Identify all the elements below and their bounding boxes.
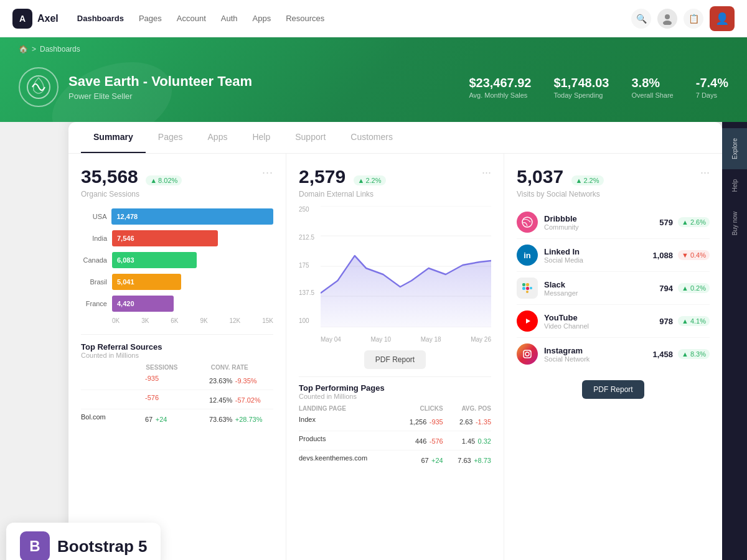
tab-apps[interactable]: Apps	[195, 122, 240, 153]
stat-overall-share: 3.8% Overall Share	[631, 76, 673, 99]
bar-country-label: Brasil	[81, 278, 107, 286]
tabs-bar: Summary Pages Apps Help Support Customer…	[68, 122, 722, 154]
tab-help[interactable]: Help	[240, 122, 283, 153]
nav-auth[interactable]: Auth	[221, 14, 238, 23]
nav-right: 🔍 📋 👤	[631, 6, 735, 31]
tab-summary[interactable]: Summary	[81, 122, 146, 153]
svg-point-0	[665, 14, 670, 19]
help-button[interactable]: Help	[722, 169, 747, 202]
svg-rect-12	[526, 287, 529, 290]
bar-row-canada: Canada 6,083	[81, 252, 273, 268]
dribbble-icon	[517, 212, 538, 233]
organic-badge: ▲ 8.02%	[146, 175, 182, 185]
watermark: B Bootstrap 5	[6, 523, 161, 560]
svg-rect-9	[522, 287, 525, 290]
notification-icon[interactable]: 📋	[684, 9, 703, 29]
nav-pages[interactable]: Pages	[139, 14, 162, 23]
col-organic: 35,568 ▲ 8.02% ··· Organic Sessions USA …	[68, 154, 286, 560]
referral-section: Top Referral Sources Counted in Millions…	[81, 334, 273, 428]
domain-label: Domain External Links	[299, 190, 491, 198]
pdf-report-button[interactable]: PDF Report	[364, 350, 426, 369]
watermark-text: Bootstrap 5	[57, 537, 147, 556]
line-chart: 250 212.5 175 137.5 100	[299, 206, 491, 343]
tab-pages[interactable]: Pages	[146, 122, 195, 153]
bar-row-india: India 7,546	[81, 230, 273, 246]
stat-label: Avg. Monthly Sales	[469, 91, 531, 99]
hero-section: 🏠 > Dashboards Save Earth - Volunteer Te…	[0, 37, 747, 122]
linkedin-icon: in	[517, 245, 538, 266]
breadcrumb: 🏠 > Dashboards	[19, 37, 728, 61]
svg-point-1	[663, 21, 672, 25]
tab-customers[interactable]: Customers	[338, 122, 405, 153]
nav-account[interactable]: Account	[177, 14, 206, 23]
svg-rect-10	[522, 283, 525, 286]
list-item: YouTube Video Channel 978 ▲ 4.1%	[517, 305, 710, 338]
performing-title: Top Performing Pages	[299, 383, 491, 393]
bootstrap-icon: B	[20, 531, 50, 560]
brand-name: Axel	[37, 13, 59, 24]
user-icon[interactable]	[657, 9, 677, 29]
right-sidebar: Explore Help Buy now	[722, 122, 747, 560]
svg-point-18	[525, 352, 529, 356]
nav-dashboards[interactable]: Dashboards	[77, 14, 124, 23]
search-icon[interactable]: 🔍	[631, 9, 651, 29]
stat-7days: -7.4% 7 Days	[696, 76, 728, 99]
social-list: Dribbble Community 579 ▲ 2.6% in Linked …	[517, 206, 710, 370]
main-card: Summary Pages Apps Help Support Customer…	[68, 122, 722, 560]
stat-value: $1,748.03	[554, 76, 609, 90]
nav-links: Dashboards Pages Account Auth Apps Resou…	[77, 14, 631, 23]
bar-country-label: India	[81, 235, 107, 242]
social-label: Visits by Social Networks	[517, 190, 710, 198]
svg-point-19	[529, 351, 530, 352]
bar-country-label: Canada	[81, 256, 107, 264]
performing-section: Top Performing Pages Counted in Millions…	[299, 376, 491, 469]
col-domain: 2,579 ▲ 2.2% ··· Domain External Links 2…	[286, 154, 504, 560]
tab-support[interactable]: Support	[283, 122, 338, 153]
navbar: A Axel Dashboards Pages Account Auth App…	[0, 0, 747, 37]
bar-row-usa: USA 12,478	[81, 208, 273, 225]
stat-value: 3.8%	[631, 76, 673, 90]
buy-now-button[interactable]: Buy now	[722, 202, 747, 245]
bar-country-label: USA	[81, 213, 106, 220]
avatar[interactable]: 👤	[710, 6, 735, 31]
brand[interactable]: A Axel	[12, 9, 59, 29]
performing-subtitle: Counted in Millions	[299, 393, 491, 400]
slack-icon	[517, 278, 538, 299]
domain-value: 2,579	[299, 166, 345, 187]
nav-resources[interactable]: Resources	[286, 14, 324, 23]
organic-value: 35,568	[81, 166, 138, 187]
pdf-report-dark-button[interactable]: PDF Report	[582, 380, 644, 399]
bar-row-brasil: Brasil 5,041	[81, 274, 273, 290]
col-social: 5,037 ▲ 2.2% ··· Visits by Social Networ…	[504, 154, 722, 560]
social-more-icon[interactable]: ···	[700, 166, 710, 179]
bar-row-france: France 4,420	[81, 296, 273, 312]
list-item: Slack Messanger 794 ▲ 0.2%	[517, 272, 710, 305]
organic-label: Organic Sessions	[81, 190, 273, 198]
organic-more-icon[interactable]: ···	[262, 166, 273, 179]
referral-title: Top Referral Sources	[81, 342, 162, 352]
list-item: Instagram Social Network 1,458 ▲ 8.3%	[517, 338, 710, 370]
stat-value: $23,467.92	[469, 76, 531, 90]
breadcrumb-separator: >	[32, 45, 36, 54]
hero-stats: $23,467.92 Avg. Monthly Sales $1,748.03 …	[469, 76, 728, 99]
stat-label: 7 Days	[696, 91, 728, 99]
stat-label: Today Spending	[554, 91, 609, 99]
nav-apps[interactable]: Apps	[253, 14, 271, 23]
domain-badge: ▲ 2.2%	[354, 175, 386, 185]
stat-monthly-sales: $23,467.92 Avg. Monthly Sales	[469, 76, 531, 99]
social-badge: ▲ 2.2%	[571, 175, 604, 185]
hero-logo	[19, 67, 59, 107]
list-item: Dribbble Community 579 ▲ 2.6%	[517, 206, 710, 239]
svg-rect-13	[530, 287, 532, 289]
referral-subtitle: Counted in Millions	[81, 352, 162, 359]
instagram-icon	[517, 343, 538, 365]
stat-today-spending: $1,748.03 Today Spending	[554, 76, 609, 99]
explore-button[interactable]: Explore	[722, 128, 747, 169]
main-area: Summary Pages Apps Help Support Customer…	[0, 122, 747, 560]
brand-icon: A	[12, 9, 32, 29]
domain-more-icon[interactable]: ···	[482, 166, 491, 179]
breadcrumb-current: Dashboards	[40, 45, 80, 54]
home-icon[interactable]: 🏠	[19, 45, 28, 54]
svg-rect-11	[526, 283, 529, 286]
social-value: 5,037	[517, 166, 563, 187]
